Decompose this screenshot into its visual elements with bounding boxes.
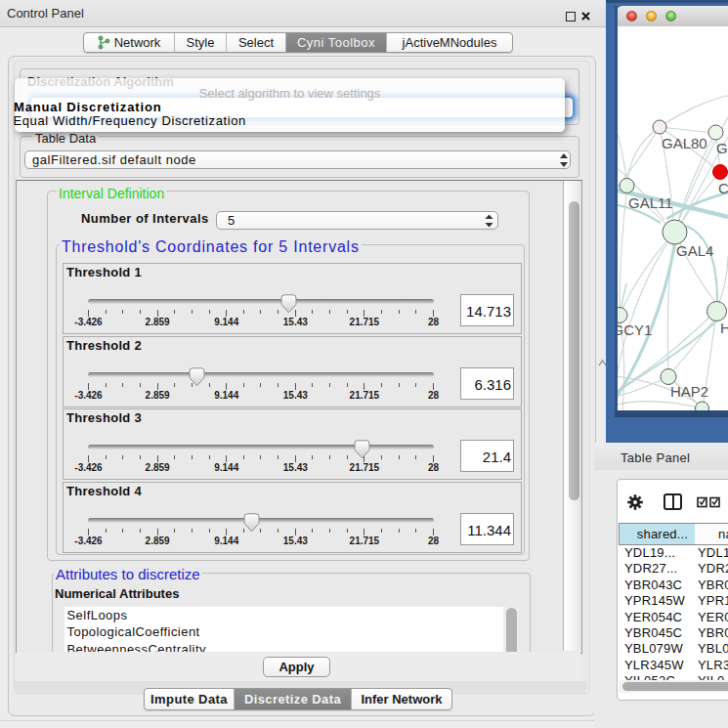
svg-text:H: H: [720, 320, 728, 336]
svg-text:GAL11: GAL11: [628, 194, 673, 211]
svg-text:HAP2: HAP2: [670, 383, 708, 400]
svg-text:GAL4: GAL4: [676, 242, 713, 259]
svg-text:GA: GA: [716, 140, 728, 156]
svg-text:GCY1: GCY1: [618, 321, 652, 338]
svg-text:GAL80: GAL80: [662, 135, 707, 151]
svg-text:C: C: [718, 180, 728, 196]
